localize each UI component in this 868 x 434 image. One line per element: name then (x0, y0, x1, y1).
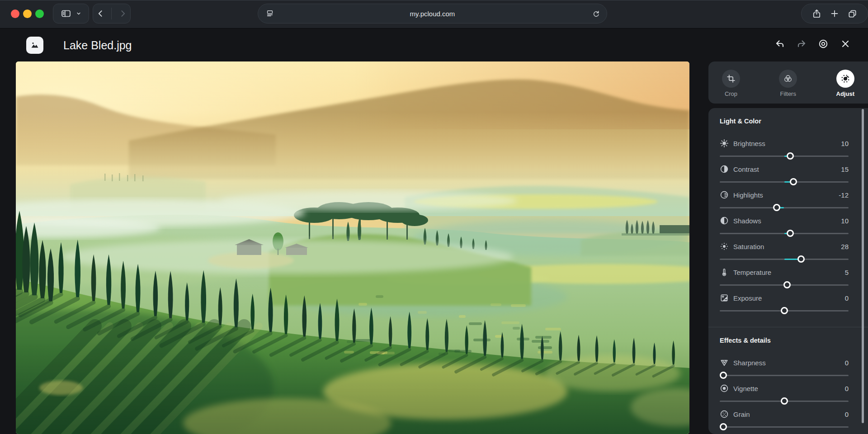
nav-button-group (93, 4, 131, 24)
filters-icon (779, 70, 797, 88)
slider-track-brightness[interactable] (720, 152, 849, 160)
tab-crop[interactable]: Crop (722, 61, 740, 104)
slider-handle-saturation[interactable] (797, 255, 805, 263)
slider-track-saturation[interactable] (720, 255, 849, 263)
temperature-icon (720, 268, 729, 277)
chevron-down-icon[interactable] (75, 10, 82, 17)
photo-canvas (16, 61, 689, 434)
editor-mode-tabs: Crop Filters Adjust (708, 61, 868, 104)
slider-value: 0 (845, 359, 849, 367)
redo-icon[interactable] (796, 38, 807, 49)
contrast-icon (720, 165, 729, 174)
address-bar[interactable]: my.pcloud.com (258, 4, 607, 24)
slider-handle-highlights[interactable] (773, 204, 780, 211)
crop-icon (722, 70, 740, 88)
back-icon[interactable] (96, 9, 105, 18)
slider-value: -12 (839, 191, 849, 199)
reload-icon[interactable] (592, 9, 600, 18)
highlights-icon (720, 190, 729, 199)
tab-label: Filters (780, 90, 796, 97)
section-title: Light & Color (720, 117, 849, 125)
slider-value: 15 (841, 165, 849, 173)
slider-value: 10 (841, 140, 849, 147)
browser-toolbar: my.pcloud.com (0, 0, 868, 28)
slider-row-temperature: Temperature 5 (720, 268, 849, 288)
close-window-button[interactable] (11, 9, 19, 18)
grain-icon (720, 410, 729, 419)
exposure-icon (720, 293, 729, 302)
slider-label: Vignette (733, 385, 758, 392)
slider-row-shadows: Shadows 10 (720, 216, 849, 237)
nav-separator (111, 8, 112, 19)
slider-value: 0 (845, 410, 849, 418)
slider-track-exposure[interactable] (720, 307, 849, 314)
close-icon[interactable] (840, 38, 851, 49)
slider-handle-brightness[interactable] (787, 152, 794, 160)
slider-row-exposure: Exposure 0 (720, 293, 849, 314)
slider-row-grain: Grain 0 (720, 410, 849, 430)
url-text[interactable]: my.pcloud.com (258, 10, 607, 18)
slider-track-temperature[interactable] (720, 281, 849, 288)
slider-value: 10 (841, 217, 849, 225)
preview-icon[interactable] (818, 38, 829, 49)
slider-handle-grain[interactable] (720, 423, 727, 430)
slider-value: 0 (845, 385, 849, 392)
slider-value: 0 (845, 294, 849, 302)
slider-value: 5 (845, 269, 849, 276)
tab-label: Adjust (836, 90, 854, 97)
slider-track-highlights[interactable] (720, 204, 849, 211)
slider-row-sharpness: Sharpness 0 (720, 358, 849, 379)
sidebar-toggle-group (53, 4, 89, 24)
adjust-icon (836, 70, 854, 88)
section-title: Effects & details (720, 336, 849, 344)
slider-label: Sharpness (733, 359, 766, 367)
brightness-icon (720, 139, 729, 148)
slider-label: Temperature (733, 269, 771, 276)
forward-icon[interactable] (118, 9, 127, 18)
tab-adjust[interactable]: Adjust (836, 61, 854, 104)
slider-row-highlights: Highlights -12 (720, 190, 849, 211)
page-title: Lake Bled.jpg (63, 39, 132, 52)
panel-section: Effects & details Sharpness 0 Vignette 0 (708, 327, 868, 434)
zoom-window-button[interactable] (35, 9, 44, 18)
sharpness-icon (720, 358, 729, 367)
slider-value: 28 (841, 243, 849, 250)
slider-track-vignette[interactable] (720, 397, 849, 405)
slider-track-contrast[interactable] (720, 178, 849, 185)
slider-label: Highlights (733, 191, 763, 199)
sidebar-icon[interactable] (61, 8, 71, 19)
window-actions-group (801, 4, 868, 24)
slider-row-brightness: Brightness 10 (720, 139, 849, 160)
slider-row-vignette: Vignette 0 (720, 384, 849, 405)
tab-overview-icon[interactable] (847, 9, 858, 19)
slider-track-sharpness[interactable] (720, 372, 849, 379)
shadows-icon (720, 216, 729, 225)
minimize-window-button[interactable] (23, 9, 32, 18)
share-icon[interactable] (811, 9, 822, 19)
slider-handle-vignette[interactable] (781, 397, 788, 405)
slider-track-grain[interactable] (720, 423, 849, 430)
slider-handle-contrast[interactable] (790, 178, 797, 185)
slider-label: Exposure (733, 294, 762, 302)
new-tab-icon[interactable] (830, 9, 840, 19)
slider-label: Saturation (733, 243, 764, 250)
slider-label: Shadows (733, 217, 761, 225)
slider-track-shadows[interactable] (720, 230, 849, 237)
adjustments-panel: Light & Color Brightness 10 Contrast 15 (708, 108, 868, 434)
slider-label: Brightness (733, 140, 765, 147)
tab-filters[interactable]: Filters (779, 61, 797, 104)
vignette-icon (720, 384, 729, 393)
slider-row-contrast: Contrast 15 (720, 165, 849, 185)
slider-row-saturation: Saturation 28 (720, 242, 849, 263)
slider-handle-exposure[interactable] (781, 307, 788, 314)
slider-label: Grain (733, 410, 750, 418)
undo-icon[interactable] (774, 38, 785, 49)
slider-handle-shadows[interactable] (787, 230, 794, 237)
browser-window: my.pcloud.com (0, 0, 868, 434)
saturation-icon (720, 242, 729, 251)
slider-handle-temperature[interactable] (783, 281, 791, 288)
slider-handle-sharpness[interactable] (720, 372, 727, 379)
panel-scrollbar[interactable] (862, 109, 864, 423)
slider-label: Contrast (733, 165, 759, 173)
image-file-icon (26, 37, 43, 54)
